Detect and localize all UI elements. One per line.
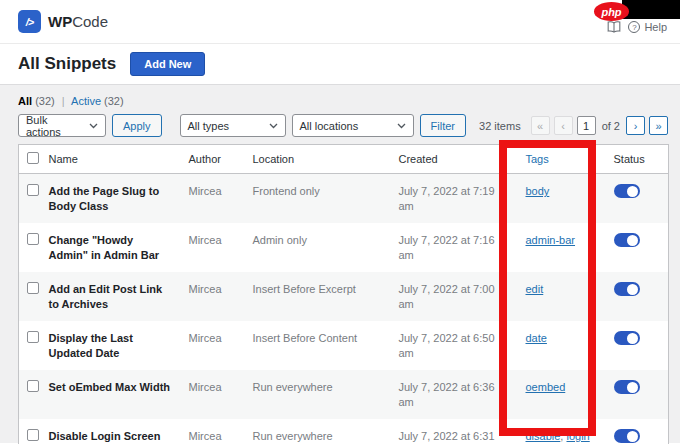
snippet-name[interactable]: Add an Edit Post Link to Archives: [41, 272, 181, 321]
snippet-created: July 7, 2022 at 6:31 am: [391, 419, 512, 444]
column-header-tags: Tags: [512, 145, 606, 174]
table-row: Display the Last Updated Date Mircea Ins…: [19, 321, 669, 370]
status-toggle[interactable]: [614, 331, 640, 345]
row-checkbox[interactable]: [27, 380, 39, 392]
row-checkbox-cell: [19, 174, 41, 224]
snippet-name[interactable]: Display the Last Updated Date: [41, 321, 181, 370]
snippet-tags: date: [512, 321, 606, 370]
row-checkbox[interactable]: [27, 184, 39, 196]
view-count-all: (32): [35, 95, 55, 107]
tag-link[interactable]: edit: [526, 283, 544, 295]
snippet-name[interactable]: Change "Howdy Admin" in Admin Bar: [41, 223, 181, 272]
help-label: Help: [644, 21, 667, 33]
table-row: Add the Page Slug to Body Class Mircea F…: [19, 174, 669, 224]
filter-button[interactable]: Filter: [420, 114, 466, 137]
snippet-tags: admin-bar: [512, 223, 606, 272]
status-toggle[interactable]: [614, 233, 640, 247]
help-area: ? Help: [607, 21, 667, 33]
admin-top-bar: /> WPCode ? Help php: [0, 0, 680, 44]
tag-link[interactable]: oembed: [526, 381, 566, 393]
snippet-status-cell: [606, 272, 669, 321]
row-checkbox[interactable]: [27, 282, 39, 294]
chevron-down-icon: [89, 123, 98, 129]
snippet-created: July 7, 2022 at 6:36 am: [391, 370, 512, 419]
wpcode-logo-text: WPCode: [48, 13, 108, 30]
next-page-button[interactable]: ›: [626, 116, 645, 135]
tag-link[interactable]: admin-bar: [526, 234, 576, 246]
help-question-icon: ?: [628, 21, 640, 33]
locations-select[interactable]: All locations: [292, 114, 414, 137]
table-row: Disable Login Screen Language Switcher M…: [19, 419, 669, 444]
view-separator: |: [62, 95, 65, 107]
snippet-status-cell: [606, 223, 669, 272]
tags-column-link[interactable]: Tags: [526, 153, 549, 165]
bulk-actions-select[interactable]: Bulk actions: [18, 114, 106, 137]
locations-label: All locations: [300, 120, 359, 132]
row-checkbox-cell: [19, 419, 41, 444]
tag-link[interactable]: login: [566, 430, 589, 442]
snippet-name[interactable]: Disable Login Screen Language Switcher: [41, 419, 181, 444]
column-header-name[interactable]: Name: [41, 145, 181, 174]
bulk-actions-label: Bulk actions: [26, 114, 81, 138]
snippet-name[interactable]: Set oEmbed Max Width: [41, 370, 181, 419]
table-header-row: Name Author Location Created Tags Status: [19, 145, 669, 174]
tag-link[interactable]: body: [526, 185, 550, 197]
snippet-tags: disable, login: [512, 419, 606, 444]
table-row: Set oEmbed Max Width Mircea Run everywhe…: [19, 370, 669, 419]
view-link-active[interactable]: Active: [71, 95, 101, 107]
logo-text-code: Code: [72, 13, 108, 30]
tag-link[interactable]: disable: [526, 430, 561, 442]
page-title: All Snippets: [18, 54, 116, 74]
watermark-black-box: [622, 0, 680, 19]
snippet-tags: body: [512, 174, 606, 224]
types-select[interactable]: All types: [180, 114, 286, 137]
status-toggle[interactable]: [614, 282, 640, 296]
snippets-table: Name Author Location Created Tags Status…: [18, 144, 669, 444]
snippet-author: Mircea: [181, 174, 245, 224]
snippet-author: Mircea: [181, 223, 245, 272]
row-checkbox-cell: [19, 272, 41, 321]
column-header-location: Location: [245, 145, 391, 174]
prev-page-button[interactable]: ‹: [554, 116, 573, 135]
column-header-author: Author: [181, 145, 245, 174]
status-toggle[interactable]: [614, 184, 640, 198]
select-all-checkbox[interactable]: [27, 152, 39, 164]
page-of-label: of 2: [602, 120, 620, 132]
snippet-location: Run everywhere: [245, 370, 391, 419]
view-filter-links: All (32) | Active (32): [18, 95, 668, 107]
types-label: All types: [188, 120, 230, 132]
apply-button[interactable]: Apply: [112, 114, 162, 137]
snippets-table-body: Add the Page Slug to Body Class Mircea F…: [19, 174, 669, 444]
help-button[interactable]: ? Help: [628, 21, 667, 33]
status-toggle[interactable]: [614, 380, 640, 394]
title-bar: All Snippets Add New: [0, 44, 680, 85]
snippet-location: Insert Before Excerpt: [245, 272, 391, 321]
snippet-status-cell: [606, 370, 669, 419]
row-checkbox[interactable]: [27, 233, 39, 245]
column-header-created[interactable]: Created: [391, 145, 512, 174]
snippet-location: Run everywhere: [245, 419, 391, 444]
add-new-button[interactable]: Add New: [130, 52, 205, 76]
column-header-status: Status: [606, 145, 669, 174]
last-page-button[interactable]: »: [649, 116, 668, 135]
view-link-all[interactable]: All: [18, 95, 32, 107]
snippet-location: Admin only: [245, 223, 391, 272]
docs-book-icon[interactable]: [607, 21, 621, 33]
status-toggle[interactable]: [614, 429, 640, 443]
snippet-created: July 7, 2022 at 7:00 am: [391, 272, 512, 321]
snippet-author: Mircea: [181, 419, 245, 444]
tag-link[interactable]: date: [526, 332, 547, 344]
chevron-down-icon: [269, 123, 278, 129]
row-checkbox-cell: [19, 223, 41, 272]
snippet-author: Mircea: [181, 321, 245, 370]
first-page-button[interactable]: «: [531, 116, 550, 135]
snippet-created: July 7, 2022 at 7:16 am: [391, 223, 512, 272]
snippet-name[interactable]: Add the Page Slug to Body Class: [41, 174, 181, 224]
current-page-input[interactable]: 1: [577, 116, 596, 135]
items-count: 32 items: [479, 120, 521, 132]
row-checkbox[interactable]: [27, 429, 39, 441]
snippet-status-cell: [606, 174, 669, 224]
snippet-location: Insert Before Content: [245, 321, 391, 370]
table-row: Change "Howdy Admin" in Admin Bar Mircea…: [19, 223, 669, 272]
row-checkbox[interactable]: [27, 331, 39, 343]
